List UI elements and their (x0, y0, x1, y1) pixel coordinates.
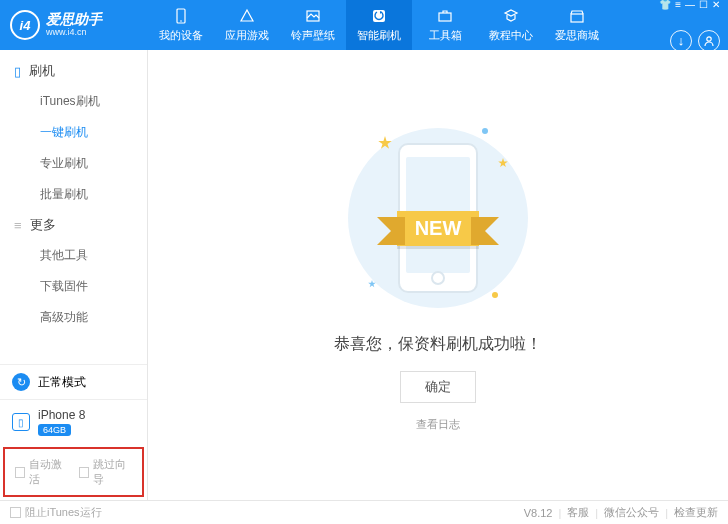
block-itunes-checkbox[interactable]: 阻止iTunes运行 (10, 505, 102, 520)
nav-my-device[interactable]: 我的设备 (148, 0, 214, 50)
nav-toolbox[interactable]: 工具箱 (412, 0, 478, 50)
minimize-icon[interactable]: — (685, 0, 695, 10)
success-illustration: NEW (338, 118, 538, 318)
svg-rect-5 (571, 14, 583, 22)
svg-point-6 (707, 36, 711, 40)
wallpaper-icon (304, 7, 322, 25)
more-icon: ≡ (14, 218, 22, 233)
shop-icon (568, 7, 586, 25)
nav-label: 工具箱 (429, 28, 462, 43)
close-icon[interactable]: ✕ (712, 0, 720, 10)
brand-name: 爱思助手 (46, 12, 102, 27)
refresh-icon: ↻ (12, 373, 30, 391)
sidebar-item-pro-flash[interactable]: 专业刷机 (0, 148, 147, 179)
tutorial-icon (502, 7, 520, 25)
nav-apps[interactable]: 应用游戏 (214, 0, 280, 50)
nav-tutorial[interactable]: 教程中心 (478, 0, 544, 50)
nav-shop[interactable]: 爱思商城 (544, 0, 610, 50)
nav-label: 智能刷机 (357, 28, 401, 43)
sidebar: ▯ 刷机 iTunes刷机 一键刷机 专业刷机 批量刷机 ≡ 更多 其他工具 下… (0, 50, 148, 500)
support-link[interactable]: 客服 (567, 505, 589, 520)
window-controls: 👕 ≡ — ☐ ✕ (659, 0, 720, 10)
download-icon[interactable]: ↓ (670, 30, 692, 52)
auto-activate-checkbox[interactable]: 自动激活 (15, 457, 69, 487)
wechat-link[interactable]: 微信公众号 (604, 505, 659, 520)
sidebar-section-more: ≡ 更多 (0, 210, 147, 240)
sidebar-section-flash: ▯ 刷机 (0, 56, 147, 86)
nav-label: 应用游戏 (225, 28, 269, 43)
mode-label: 正常模式 (38, 374, 86, 391)
device-icon (172, 7, 190, 25)
nav-ringtones[interactable]: 铃声壁纸 (280, 0, 346, 50)
svg-point-1 (180, 20, 182, 22)
device-small-icon: ▯ (12, 413, 30, 431)
storage-badge: 64GB (38, 424, 71, 436)
skin-icon[interactable]: 👕 (659, 0, 671, 10)
version-label: V8.12 (524, 507, 553, 519)
footer: 阻止iTunes运行 V8.12 | 客服 | 微信公众号 | 检查更新 (0, 500, 728, 524)
checkbox-label: 自动激活 (29, 457, 68, 487)
device-name: iPhone 8 (38, 408, 85, 422)
sidebar-item-oneclick-flash[interactable]: 一键刷机 (0, 117, 147, 148)
nav-flash[interactable]: 智能刷机 (346, 0, 412, 50)
nav: 我的设备 应用游戏 铃声壁纸 智能刷机 工具箱 教程中心 爱思商城 (148, 0, 659, 50)
phone-icon: ▯ (14, 64, 21, 79)
skip-wizard-checkbox[interactable]: 跳过向导 (79, 457, 133, 487)
update-link[interactable]: 检查更新 (674, 505, 718, 520)
body: ▯ 刷机 iTunes刷机 一键刷机 专业刷机 批量刷机 ≡ 更多 其他工具 下… (0, 50, 728, 500)
user-icon[interactable] (698, 30, 720, 52)
nav-label: 铃声壁纸 (291, 28, 335, 43)
apps-icon (238, 7, 256, 25)
header: i4 爱思助手 www.i4.cn 我的设备 应用游戏 铃声壁纸 智能刷机 工具… (0, 0, 728, 50)
device-block[interactable]: ▯ iPhone 8 64GB (0, 399, 147, 444)
sidebar-item-other-tools[interactable]: 其他工具 (0, 240, 147, 271)
success-message: 恭喜您，保资料刷机成功啦！ (334, 334, 542, 355)
logo-icon: i4 (10, 10, 40, 40)
menu-icon[interactable]: ≡ (675, 0, 681, 10)
checkbox-label: 跳过向导 (93, 457, 132, 487)
flash-icon (370, 7, 388, 25)
section-label: 更多 (30, 216, 56, 234)
main-content: NEW 恭喜您，保资料刷机成功啦！ 确定 查看日志 (148, 50, 728, 500)
logo-area: i4 爱思助手 www.i4.cn (0, 10, 148, 40)
view-log-link[interactable]: 查看日志 (416, 417, 460, 432)
checkbox-icon (15, 467, 25, 478)
new-ribbon: NEW (397, 211, 480, 246)
sidebar-item-advanced[interactable]: 高级功能 (0, 302, 147, 333)
sidebar-item-download-firmware[interactable]: 下载固件 (0, 271, 147, 302)
section-label: 刷机 (29, 62, 55, 80)
checkbox-icon (79, 467, 89, 478)
checkbox-icon (10, 507, 21, 518)
toolbox-icon (436, 7, 454, 25)
maximize-icon[interactable]: ☐ (699, 0, 708, 10)
svg-rect-4 (439, 13, 451, 21)
nav-label: 我的设备 (159, 28, 203, 43)
checkbox-label: 阻止iTunes运行 (25, 505, 102, 520)
confirm-button[interactable]: 确定 (400, 371, 476, 403)
mode-block[interactable]: ↻ 正常模式 (0, 364, 147, 399)
checkbox-row: 自动激活 跳过向导 (3, 447, 144, 497)
header-right: 👕 ≡ — ☐ ✕ ↓ (659, 0, 728, 52)
brand-url: www.i4.cn (46, 28, 102, 38)
sidebar-item-batch-flash[interactable]: 批量刷机 (0, 179, 147, 210)
nav-label: 教程中心 (489, 28, 533, 43)
brand: 爱思助手 www.i4.cn (46, 12, 102, 37)
nav-label: 爱思商城 (555, 28, 599, 43)
sidebar-item-itunes-flash[interactable]: iTunes刷机 (0, 86, 147, 117)
